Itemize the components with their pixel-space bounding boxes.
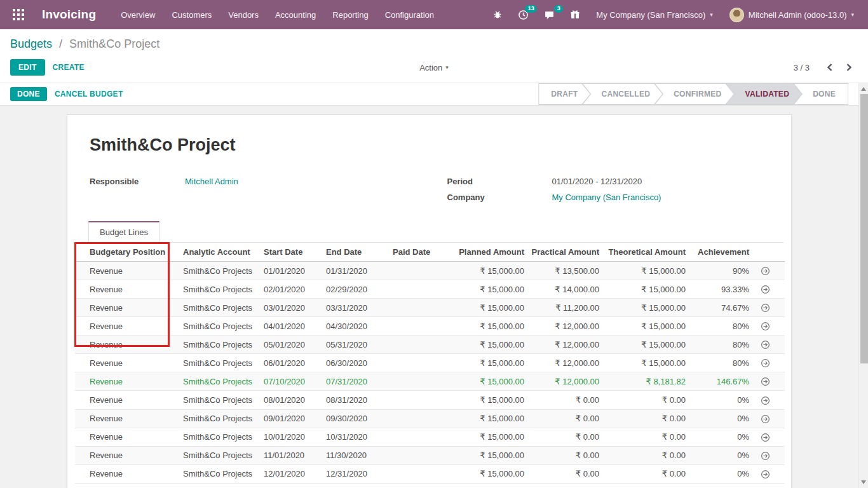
internal-link-icon[interactable]: [761, 322, 770, 331]
internal-link-icon[interactable]: [761, 285, 770, 294]
chevron-down-icon: ▾: [851, 11, 854, 18]
messages-chat-icon[interactable]: 3: [538, 6, 560, 24]
app-menus: OverviewCustomersVendorsAccountingReport…: [114, 6, 441, 24]
total-planned: 180,000.00: [447, 483, 527, 488]
menu-overview[interactable]: Overview: [114, 6, 162, 24]
message-count-badge: 3: [554, 5, 563, 13]
chevron-down-icon: ▾: [710, 11, 713, 18]
internal-link-icon[interactable]: [761, 303, 770, 313]
internal-link-icon[interactable]: [761, 470, 770, 479]
app-name[interactable]: Invoicing: [42, 8, 96, 22]
totals-row: 180,000.00 86,700.00 98,181.82: [75, 483, 785, 488]
budget-line-row[interactable]: RevenueSmith&Co Projects05/01/202005/31/…: [75, 336, 785, 354]
company-switcher[interactable]: My Company (San Francisco) ▾: [590, 8, 719, 22]
apps-menu-icon[interactable]: [8, 4, 29, 25]
menu-accounting[interactable]: Accounting: [268, 6, 323, 24]
status-step-validated[interactable]: VALIDATED: [726, 83, 803, 105]
edit-button[interactable]: EDIT: [10, 59, 45, 76]
company-label: Company: [447, 193, 552, 202]
internal-link-icon[interactable]: [761, 414, 770, 424]
field-group: Responsible Mitchell Admin Period 01/01/…: [90, 177, 769, 202]
responsible-label: Responsible: [90, 177, 185, 186]
chevron-down-icon: ▾: [445, 64, 449, 71]
col-budgetary-position[interactable]: Budgetary Position: [75, 243, 180, 262]
activities-clock-icon[interactable]: 13: [512, 6, 534, 24]
internal-link-icon[interactable]: [761, 340, 770, 349]
budget-lines-table: Budgetary Position Analytic Account Star…: [75, 243, 785, 488]
budget-line-row[interactable]: RevenueSmith&Co Projects07/10/202007/31/…: [75, 372, 785, 391]
menu-vendors[interactable]: Vendors: [221, 6, 266, 24]
menu-customers[interactable]: Customers: [165, 6, 219, 24]
internal-link-icon[interactable]: [761, 266, 770, 276]
scrollbar-thumb[interactable]: [860, 94, 868, 363]
internal-link-icon[interactable]: [761, 358, 770, 368]
breadcrumb: Budgets / Smith&Co Project: [10, 36, 858, 52]
pager-count: 3 / 3: [794, 63, 810, 72]
internal-link-icon[interactable]: [761, 451, 770, 461]
budget-line-row[interactable]: RevenueSmith&Co Projects12/01/202012/31/…: [75, 464, 785, 483]
menu-configuration[interactable]: Configuration: [378, 6, 441, 24]
user-menu[interactable]: Mitchell Admin (odoo-13.0) ▾: [723, 5, 860, 25]
breadcrumb-budgets-link[interactable]: Budgets: [10, 37, 52, 50]
debug-bug-icon[interactable]: [487, 6, 508, 24]
cancel-budget-button[interactable]: CANCEL BUDGET: [47, 86, 131, 102]
table-header-row: Budgetary Position Analytic Account Star…: [75, 243, 785, 262]
col-achievement[interactable]: Achievement: [688, 243, 752, 262]
col-practical-amount[interactable]: Practical Amount: [527, 243, 602, 262]
internal-link-icon[interactable]: [761, 433, 770, 442]
internal-link-icon[interactable]: [761, 377, 770, 386]
budget-line-row[interactable]: RevenueSmith&Co Projects11/01/202011/30/…: [75, 446, 785, 464]
action-dropdown[interactable]: Action ▾: [419, 63, 449, 72]
main-content: Smith&Co Project Responsible Mitchell Ad…: [0, 105, 858, 488]
col-icon: [752, 243, 785, 262]
budget-line-row[interactable]: RevenueSmith&Co Projects02/01/202002/29/…: [75, 280, 785, 299]
budget-line-row[interactable]: RevenueSmith&Co Projects08/01/202008/31/…: [75, 391, 785, 409]
breadcrumb-current: Smith&Co Project: [69, 37, 159, 50]
pager-next-button[interactable]: [841, 60, 858, 74]
period-value: 01/01/2020 - 12/31/2020: [552, 177, 770, 186]
responsible-value-link[interactable]: Mitchell Admin: [185, 177, 430, 186]
control-panel: Budgets / Smith&Co Project EDIT CREATE A…: [0, 29, 868, 83]
col-analytic-account[interactable]: Analytic Account: [180, 243, 261, 262]
scroll-up-arrow-icon[interactable]: [861, 87, 866, 91]
col-planned-amount[interactable]: Planned Amount: [447, 243, 527, 262]
col-paid-date[interactable]: Paid Date: [390, 243, 447, 262]
activity-count-badge: 13: [525, 5, 537, 13]
budget-line-row[interactable]: RevenueSmith&Co Projects04/01/202004/30/…: [75, 317, 785, 336]
statusbar: DONE CANCEL BUDGET DRAFTCANCELLEDCONFIRM…: [0, 83, 858, 105]
total-theoretical: 98,181.82: [602, 483, 688, 488]
status-steps: DRAFTCANCELLEDCONFIRMEDVALIDATEDDONE: [538, 83, 848, 105]
budget-line-row[interactable]: RevenueSmith&Co Projects09/01/202009/30/…: [75, 409, 785, 428]
internal-link-icon[interactable]: [761, 396, 770, 405]
record-title: Smith&Co Project: [90, 135, 783, 155]
budget-line-row[interactable]: RevenueSmith&Co Projects03/01/202003/31/…: [75, 299, 785, 317]
budget-line-row[interactable]: RevenueSmith&Co Projects01/01/202001/31/…: [75, 262, 785, 280]
col-start-date[interactable]: Start Date: [261, 243, 323, 262]
done-button[interactable]: DONE: [10, 87, 47, 101]
tab-budget-lines[interactable]: Budget Lines: [88, 221, 159, 243]
col-end-date[interactable]: End Date: [323, 243, 390, 262]
period-label: Period: [447, 177, 552, 186]
status-step-cancelled[interactable]: CANCELLED: [582, 83, 663, 105]
budget-line-row[interactable]: RevenueSmith&Co Projects06/01/202006/30/…: [75, 354, 785, 372]
company-value-link[interactable]: My Company (San Francisco): [552, 193, 770, 202]
create-button[interactable]: CREATE: [45, 59, 92, 76]
scroll-down-arrow-icon[interactable]: [861, 480, 866, 484]
status-step-confirmed[interactable]: CONFIRMED: [654, 83, 734, 105]
top-navbar: Invoicing OverviewCustomersVendorsAccoun…: [0, 0, 868, 29]
budget-line-row[interactable]: RevenueSmith&Co Projects10/01/202010/31/…: [75, 428, 785, 446]
notebook-tabs: Budget Lines: [75, 221, 783, 243]
status-step-draft[interactable]: DRAFT: [538, 83, 590, 105]
total-practical: 86,700.00: [527, 483, 602, 488]
vertical-scrollbar[interactable]: [858, 83, 868, 488]
pager: 3 / 3: [794, 60, 858, 74]
avatar: [729, 8, 744, 22]
form-sheet: Smith&Co Project Responsible Mitchell Ad…: [67, 114, 792, 488]
col-theoretical-amount[interactable]: Theoretical Amount: [602, 243, 688, 262]
menu-reporting[interactable]: Reporting: [325, 6, 375, 24]
pager-previous-button[interactable]: [821, 60, 838, 74]
gift-icon[interactable]: [564, 6, 586, 24]
